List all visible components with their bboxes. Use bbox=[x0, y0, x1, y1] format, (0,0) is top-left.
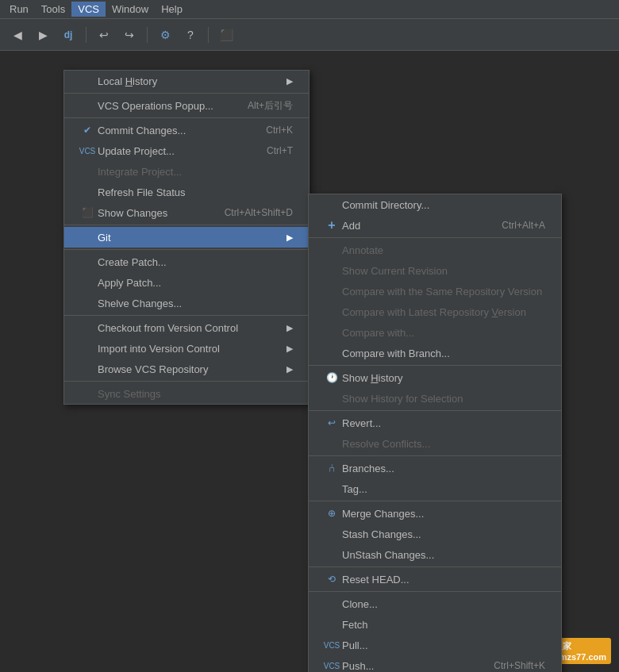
resolve-icon bbox=[325, 436, 339, 451]
git-merge-changes[interactable]: ⊕ Merge Changes... bbox=[309, 503, 561, 524]
show-changes-icon: ⬛ bbox=[80, 205, 94, 220]
toolbar-forward[interactable]: ▶ bbox=[32, 24, 54, 46]
toolbar-redo[interactable]: ↪ bbox=[118, 24, 140, 46]
separator bbox=[64, 117, 309, 118]
integrate-icon bbox=[80, 164, 94, 179]
git-commit-dir[interactable]: Commit Directory... bbox=[309, 194, 561, 215]
menu-help[interactable]: Help bbox=[155, 2, 189, 17]
menu-tools[interactable]: Tools bbox=[35, 2, 71, 17]
annotate-icon bbox=[325, 243, 339, 257]
vcs-operations-popup[interactable]: VCS Operations Popup... Alt+后引号 bbox=[64, 95, 309, 116]
git-compare-with[interactable]: Compare with... bbox=[309, 322, 561, 343]
commit-icon: ✔ bbox=[80, 123, 94, 137]
reset-head-icon: ⟲ bbox=[325, 572, 339, 586]
browse-icon bbox=[80, 362, 94, 376]
git-icon bbox=[80, 230, 94, 244]
merge-icon: ⊕ bbox=[325, 506, 339, 520]
menu-window[interactable]: Window bbox=[106, 2, 155, 17]
menu-vcs[interactable]: VCS bbox=[71, 2, 106, 17]
git-annotate[interactable]: Annotate bbox=[309, 240, 561, 260]
toolbar-back[interactable]: ◀ bbox=[6, 24, 29, 46]
git-reset-head[interactable]: ⟲ Reset HEAD... bbox=[309, 569, 561, 589]
commit-dir-icon bbox=[325, 198, 339, 212]
create-patch-icon bbox=[80, 255, 94, 269]
separator bbox=[309, 410, 561, 411]
toolbar: ◀ ▶ dj ↩ ↪ ⚙ ? ⬛ bbox=[0, 19, 619, 51]
update-icon: VCS bbox=[80, 144, 94, 158]
main-area: Local History ▶ VCS Operations Popup... … bbox=[0, 51, 619, 672]
git-clone[interactable]: Clone... bbox=[309, 593, 561, 614]
vcs-local-history[interactable]: Local History ▶ bbox=[64, 71, 309, 91]
git-revert[interactable]: ↩ Revert... bbox=[309, 413, 561, 433]
separator bbox=[309, 591, 561, 592]
menu-run[interactable]: Run bbox=[3, 2, 35, 17]
separator bbox=[309, 365, 561, 366]
git-resolve-conflicts[interactable]: Resolve Conflicts... bbox=[309, 433, 561, 454]
vcs-show-changes[interactable]: ⬛ Show Changes Ctrl+Alt+Shift+D bbox=[64, 202, 309, 223]
git-push[interactable]: VCS Push... Ctrl+Shift+K bbox=[309, 655, 561, 672]
git-submenu: Commit Directory... + Add Ctrl+Alt+A Ann… bbox=[308, 194, 562, 672]
refresh-icon bbox=[80, 185, 94, 199]
menubar: Run Tools VCS Window Help bbox=[0, 0, 619, 19]
vcs-integrate-project[interactable]: Integrate Project... bbox=[64, 161, 309, 182]
vcs-git[interactable]: Git ▶ bbox=[64, 227, 309, 248]
sync-icon bbox=[80, 386, 94, 401]
git-fetch[interactable]: Fetch bbox=[309, 614, 561, 635]
vcs-import[interactable]: Import into Version Control ▶ bbox=[64, 338, 309, 359]
shelve-icon bbox=[80, 296, 94, 310]
git-show-history[interactable]: 🕐 Show History bbox=[309, 367, 561, 388]
git-unstash[interactable]: UnStash Changes... bbox=[309, 544, 561, 565]
toolbar-undo[interactable]: ↩ bbox=[93, 24, 115, 46]
clone-icon bbox=[325, 597, 339, 611]
toolbar-help[interactable]: ? bbox=[179, 24, 202, 46]
stash-icon bbox=[325, 527, 339, 541]
separator bbox=[309, 566, 561, 567]
separator bbox=[64, 381, 309, 382]
toolbar-dj[interactable]: dj bbox=[57, 24, 79, 46]
git-compare-latest[interactable]: Compare with Latest Repository Version bbox=[309, 301, 561, 322]
separator3 bbox=[208, 27, 209, 43]
vcs-update-project[interactable]: VCS Update Project... Ctrl+T bbox=[64, 140, 309, 161]
git-compare-branch[interactable]: Compare with Branch... bbox=[309, 343, 561, 363]
vcs-commit-changes[interactable]: ✔ Commit Changes... Ctrl+K bbox=[64, 120, 309, 140]
branches-icon: ⑃ bbox=[325, 461, 339, 475]
vcs-checkout[interactable]: Checkout from Version Control ▶ bbox=[64, 317, 309, 338]
vcs-browse[interactable]: Browse VCS Repository ▶ bbox=[64, 359, 309, 379]
tag-icon bbox=[325, 482, 339, 496]
separator bbox=[86, 27, 87, 43]
separator bbox=[64, 315, 309, 316]
vcs-dropdown-menu: Local History ▶ VCS Operations Popup... … bbox=[63, 70, 310, 405]
git-branches[interactable]: ⑃ Branches... bbox=[309, 458, 561, 478]
vcs-shelve-changes[interactable]: Shelve Changes... bbox=[64, 293, 309, 313]
apply-patch-icon bbox=[80, 275, 94, 290]
git-pull[interactable]: VCS Pull... bbox=[309, 635, 561, 655]
git-show-current-revision[interactable]: Show Current Revision bbox=[309, 260, 561, 281]
compare-same-icon bbox=[325, 284, 339, 298]
git-tag[interactable]: Tag... bbox=[309, 478, 561, 499]
toolbar-vcs-icon[interactable]: ⚙ bbox=[154, 24, 176, 46]
revert-icon: ↩ bbox=[325, 416, 339, 430]
git-show-history-selection[interactable]: Show History for Selection bbox=[309, 388, 561, 409]
vcs-popup-icon bbox=[80, 98, 94, 113]
vcs-apply-patch[interactable]: Apply Patch... bbox=[64, 272, 309, 293]
git-compare-same[interactable]: Compare with the Same Repository Version bbox=[309, 281, 561, 301]
separator2 bbox=[147, 27, 148, 43]
separator bbox=[64, 249, 309, 250]
show-history-sel-icon bbox=[325, 391, 339, 405]
vcs-sync-settings[interactable]: Sync Settings bbox=[64, 383, 309, 404]
git-add[interactable]: + Add Ctrl+Alt+A bbox=[309, 215, 561, 236]
compare-with-icon bbox=[325, 325, 339, 340]
toolbar-layout[interactable]: ⬛ bbox=[215, 24, 237, 46]
push-icon: VCS bbox=[325, 659, 339, 672]
separator bbox=[64, 225, 309, 225]
compare-latest-icon bbox=[325, 305, 339, 319]
local-history-icon bbox=[80, 74, 94, 88]
import-icon bbox=[80, 341, 94, 355]
unstash-icon bbox=[325, 547, 339, 562]
show-history-icon: 🕐 bbox=[325, 371, 339, 385]
compare-branch-icon bbox=[325, 346, 339, 360]
show-current-icon bbox=[325, 263, 339, 278]
vcs-create-patch[interactable]: Create Patch... bbox=[64, 252, 309, 272]
vcs-refresh-file-status[interactable]: Refresh File Status bbox=[64, 182, 309, 202]
git-stash[interactable]: Stash Changes... bbox=[309, 524, 561, 544]
